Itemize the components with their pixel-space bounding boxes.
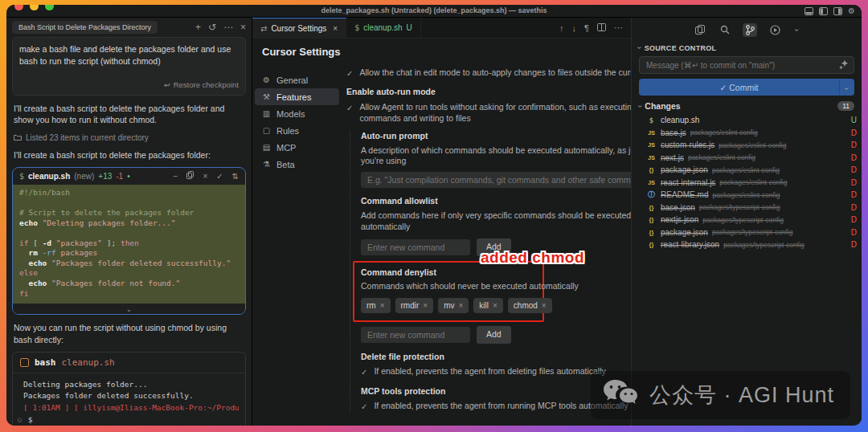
file-name: react-library.json [661, 240, 719, 249]
denylist-tag-chmod[interactable]: chmod× [508, 298, 552, 313]
run-debug-icon[interactable] [768, 23, 783, 37]
denylist-tag-rmdir[interactable]: rmdir× [395, 298, 434, 313]
shell-file-icon: $ [19, 172, 24, 181]
explorer-icon[interactable] [693, 23, 707, 36]
close-tab-icon[interactable]: × [333, 24, 338, 33]
scm-file-row[interactable]: {}nextjs.jsonpackages/typescript-configD [632, 214, 862, 226]
file-path: packages/eslint-config [690, 128, 847, 137]
terminal-status-line: [ 1:01AM ] [ illyism@Iliass-MacBook-Pro:… [23, 402, 239, 414]
gradient-frame: delete_packages.sh (Untracked) (delete_p… [0, 0, 868, 432]
wechat-icon [602, 378, 639, 412]
allowlist-command-input[interactable] [361, 239, 470, 255]
scm-file-row[interactable]: JSnext.jspackages/eslint-configD [632, 152, 862, 165]
settings-nav-features[interactable]: ⚒Features [255, 88, 339, 105]
source-control-panel: › › SOURCE CONTROL ✓ Commit › › Changes [631, 18, 862, 426]
denylist-add-button[interactable]: Add [477, 326, 511, 344]
copy-code-icon[interactable] [186, 171, 194, 181]
new-chat-icon[interactable]: + [195, 22, 201, 32]
file-name: next.js [661, 153, 684, 162]
file-path: packages/eslint-config [719, 141, 847, 149]
beta-icon: ⚗ [262, 160, 271, 169]
denylist-command-input[interactable] [361, 327, 470, 343]
listed-items-note[interactable]: Listed 23 items in current directory [14, 133, 244, 142]
settings-nav-general[interactable]: ⚙General [255, 71, 339, 88]
autorun-checkbox-row[interactable]: ✓ Allow Agent to run tools without askin… [346, 102, 631, 124]
json-file-icon: {} [646, 241, 657, 248]
chat-tab[interactable]: Bash Script to Delete Packages Directory [12, 21, 158, 34]
file-name: cleanup.sh [661, 116, 699, 124]
toggle-primary-sidebar-icon[interactable] [819, 7, 828, 15]
scm-file-row[interactable]: JSbase.jspackages/eslint-configD [632, 127, 862, 140]
scm-file-row[interactable]: JScustom-rules.jspackages/eslint-configD [632, 139, 862, 152]
app-window: delete_packages.sh (Untracked) (delete_p… [6, 5, 862, 426]
scm-file-list: $cleanup.shUJSbase.jspackages/eslint-con… [632, 114, 862, 251]
terminal-icon [20, 358, 29, 367]
search-icon[interactable] [718, 23, 732, 36]
settings-nav-rules[interactable]: ▢Rules [255, 122, 339, 139]
file-status: U [851, 116, 857, 124]
toggle-secondary-sidebar-icon[interactable] [833, 7, 842, 15]
code-expand-chevron[interactable]: ⌄ [13, 304, 245, 314]
remove-tag-icon[interactable]: × [542, 300, 547, 311]
commit-button[interactable]: ✓ Commit › [639, 79, 854, 96]
close-chat-icon[interactable]: × [240, 22, 246, 32]
js-file-icon: JS [646, 179, 657, 186]
restore-icon: ↩ [164, 79, 170, 90]
tab-cursor-settings[interactable]: ⇄ Cursor Settings × [252, 18, 346, 38]
remove-tag-icon[interactable]: × [380, 300, 385, 311]
file-status: D [851, 128, 857, 137]
settings-nav-models[interactable]: ▥Models [255, 105, 339, 122]
source-control-icon[interactable] [743, 23, 757, 37]
changes-section-header[interactable]: › Changes 11 [632, 96, 862, 114]
settings-nav-beta[interactable]: ⚗Beta [255, 156, 339, 173]
expand-icon[interactable]: ⇅ [232, 172, 239, 181]
scm-file-row[interactable]: ⓘREADME.mdpackages/eslint-configD [632, 189, 862, 202]
commit-dropdown[interactable]: › [839, 80, 854, 95]
remove-tag-icon[interactable]: × [423, 300, 428, 311]
commit-message-input[interactable] [645, 60, 839, 71]
models-icon: ▥ [262, 109, 271, 118]
restore-checkpoint[interactable]: ↩ Restore checkpoint [19, 79, 239, 90]
chat-history-icon[interactable]: ↺ [208, 22, 216, 32]
code-lines: #!/bin/bash # Script to delete the packa… [13, 185, 245, 304]
remove-tag-icon[interactable]: × [493, 300, 497, 311]
denylist-tags: rm×rmdir×mv×kill×chmod× [361, 298, 536, 313]
scm-file-row[interactable]: $cleanup.shU [632, 114, 862, 127]
accept-icon[interactable]: ✓ [216, 172, 223, 181]
js-file-icon: JS [646, 141, 657, 149]
remove-tag-icon[interactable]: × [458, 300, 463, 311]
collapse-icon[interactable]: − [174, 172, 178, 181]
navigate-back-icon[interactable]: ↑ [559, 23, 564, 33]
settings-nav-mcp[interactable]: ▤MCP [255, 139, 339, 156]
file-status: D [851, 165, 857, 174]
denylist-tag-kill[interactable]: kill× [473, 298, 503, 313]
denylist-tag-rm[interactable]: rm× [361, 298, 391, 313]
sh-file-icon: $ [646, 116, 657, 124]
generate-commit-message-icon[interactable] [839, 58, 849, 72]
navigate-forward-icon[interactable]: ↓ [572, 23, 577, 33]
scm-file-row[interactable]: {}package.jsonpackages/typescript-config… [632, 226, 862, 239]
autorun-prompt-input[interactable] [361, 172, 631, 188]
pilcrow-icon[interactable]: ¶ [584, 23, 589, 33]
scm-file-row[interactable]: JSreact-internal.jspackages/eslint-confi… [632, 177, 862, 190]
folder-icon [14, 133, 22, 142]
autorun-section-title: Enable auto-run mode [346, 87, 631, 98]
chat-more-icon[interactable]: ⋯ [223, 22, 233, 32]
tab-cleanup-sh[interactable]: $ cleanup.sh U [346, 18, 421, 38]
denylist-tag-mv[interactable]: mv× [438, 298, 469, 313]
more-views-chevron-icon[interactable]: › [793, 24, 800, 36]
customize-layout-icon[interactable]: ⚙ [848, 6, 855, 15]
settings-nav: ⚙General⚒Features▥Models▢Rules▤MCP⚗Beta [252, 62, 342, 426]
split-editor-icon[interactable] [597, 23, 606, 33]
editor-tabbar: ⇄ Cursor Settings × $ cleanup.sh U ↑ ↓ ¶ [252, 18, 631, 39]
editor-more-icon[interactable]: ⋯ [614, 22, 623, 33]
edit-mode-checkbox-row[interactable]: ✓ Allow the chat in edit mode to auto-ap… [346, 67, 631, 79]
scm-file-row[interactable]: {}base.jsonpackages/typescript-configD [632, 202, 862, 214]
scm-file-row[interactable]: {}package.jsonpackages/eslint-configD [632, 164, 862, 177]
chat-panel: Bash Script to Delete Packages Directory… [6, 18, 252, 426]
scm-file-row[interactable]: {}react-library.jsonpackages/typescript-… [632, 238, 862, 251]
mcp-icon: ▤ [262, 143, 271, 152]
source-control-header[interactable]: › SOURCE CONTROL [632, 39, 862, 55]
toggle-panel-icon[interactable] [805, 7, 813, 15]
reject-icon[interactable]: × [203, 172, 207, 181]
